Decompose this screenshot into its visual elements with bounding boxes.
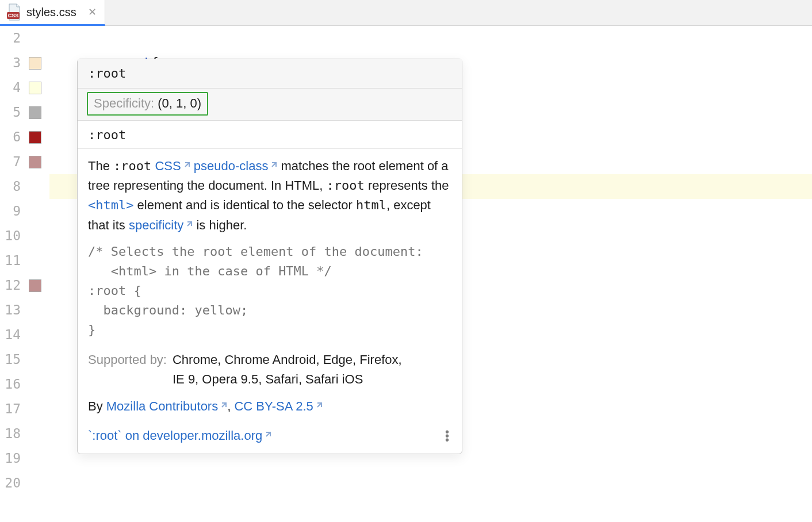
pseudo-class-link[interactable]: pseudo-class	[194, 159, 278, 173]
external-link-icon	[219, 396, 227, 404]
more-options-icon[interactable]: •••	[445, 429, 451, 442]
tab-filename: styles.css	[26, 6, 76, 19]
popup-selector-heading: :root	[78, 121, 462, 149]
tab-bar: CSS styles.css ✕	[0, 0, 812, 26]
fold-toggle-icon[interactable]	[39, 256, 48, 265]
fold-toggle-icon[interactable]	[39, 33, 48, 43]
popup-code-example: /* Selects the root element of the docum…	[88, 242, 451, 340]
gutter-line-numbers: 2 3 4 5 6 7 8 9 10 11 12 13 14 15 16 17 …	[0, 26, 25, 522]
external-link-icon	[185, 215, 193, 223]
popup-specificity-row: Specificity: (0, 1, 0)	[78, 89, 462, 121]
html-element-link[interactable]: <html>	[88, 198, 133, 212]
external-link-icon	[315, 396, 323, 404]
popup-title: :root	[78, 59, 462, 89]
specificity-link[interactable]: specificity	[129, 218, 193, 232]
fold-end-icon[interactable]	[39, 355, 48, 364]
close-tab-icon[interactable]: ✕	[88, 6, 97, 18]
editor-tab-styles-css[interactable]: CSS styles.css ✕	[0, 0, 105, 26]
external-link-icon	[263, 425, 271, 433]
mdn-source-link[interactable]: `:root` on developer.mozilla.org	[88, 425, 271, 446]
popup-description: The :root CSS pseudo-class matches the r…	[88, 156, 451, 235]
color-swatch[interactable]	[29, 131, 41, 144]
popup-attribution: By Mozilla Contributors, CC BY-SA 2.5	[88, 396, 451, 416]
external-link-icon	[182, 156, 190, 164]
code-area[interactable]: :root{ } . }	[49, 26, 812, 522]
css-link[interactable]: CSS	[155, 159, 190, 173]
popup-supported-by: Supported by:Chrome, Chrome Android, Edg…	[88, 350, 451, 389]
license-link[interactable]: CC BY-SA 2.5	[234, 399, 322, 413]
code-editor[interactable]: 2 3 4 5 6 7 8 9 10 11 12 13 14 15 16 17 …	[0, 26, 812, 522]
specificity-badge: Specificity: (0, 1, 0)	[87, 92, 208, 116]
color-swatch[interactable]	[29, 156, 41, 168]
svg-text:CSS: CSS	[8, 13, 19, 18]
documentation-popup: :root Specificity: (0, 1, 0) :root The :…	[77, 59, 462, 454]
external-link-icon	[269, 156, 277, 164]
fold-end-icon[interactable]	[39, 206, 48, 216]
mozilla-contributors-link[interactable]: Mozilla Contributors	[106, 399, 227, 413]
code-line[interactable]: :root{	[49, 26, 812, 51]
color-swatch[interactable]	[29, 106, 41, 119]
popup-body: The :root CSS pseudo-class matches the r…	[78, 149, 462, 423]
css-file-icon: CSS	[5, 3, 23, 21]
